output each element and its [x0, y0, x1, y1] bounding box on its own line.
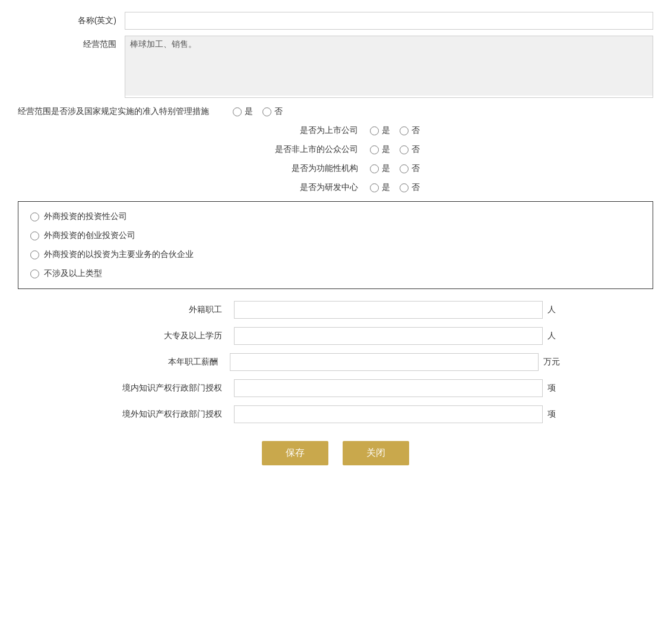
- listed-no-label: 否: [412, 125, 420, 136]
- listed-no-radio[interactable]: [400, 126, 409, 135]
- listed-company-label: 是否为上市公司: [251, 125, 370, 136]
- non-listed-yes-option[interactable]: 是: [370, 144, 390, 155]
- close-button[interactable]: 关闭: [343, 441, 409, 465]
- investment-type-radio-1[interactable]: [30, 212, 39, 221]
- business-scope-label: 经营范围: [18, 36, 125, 50]
- annual-salary-label: 本年职工薪酬: [111, 357, 230, 367]
- rd-center-radio-group: 是 否: [370, 182, 420, 193]
- special-management-yes-option[interactable]: 是: [233, 106, 253, 117]
- functional-org-row: 是否为功能性机构 是 否: [18, 163, 653, 174]
- listed-yes-option[interactable]: 是: [370, 125, 390, 136]
- functional-no-radio[interactable]: [400, 164, 409, 173]
- investment-type-option-1[interactable]: 外商投资的投资性公司: [30, 211, 641, 222]
- non-listed-yes-radio[interactable]: [370, 145, 379, 154]
- investment-type-radio-3[interactable]: [30, 250, 39, 259]
- business-scope-row: 经营范围 棒球加工、销售。: [18, 36, 653, 98]
- special-management-radio-group: 是 否: [233, 106, 283, 117]
- special-management-yes-label: 是: [245, 106, 253, 117]
- special-management-yes-radio[interactable]: [233, 107, 242, 116]
- non-listed-public-row: 是否非上市的公众公司 是 否: [18, 144, 653, 155]
- college-edu-input[interactable]: [234, 327, 543, 345]
- investment-type-label-1: 外商投资的投资性公司: [44, 211, 127, 222]
- functional-yes-option[interactable]: 是: [370, 163, 390, 174]
- foreign-ip-input[interactable]: [234, 405, 543, 423]
- foreign-workers-row: 外籍职工 人: [18, 301, 653, 319]
- name-en-row: 各称(英文): [18, 12, 653, 30]
- name-en-input[interactable]: [125, 12, 653, 30]
- functional-org-radio-group: 是 否: [370, 163, 420, 174]
- college-edu-unit: 人: [547, 331, 556, 341]
- foreign-ip-label: 境外知识产权行政部门授权: [115, 409, 234, 420]
- listed-yes-label: 是: [382, 125, 390, 136]
- functional-yes-label: 是: [382, 163, 390, 174]
- foreign-workers-input[interactable]: [234, 301, 543, 319]
- functional-org-label: 是否为功能性机构: [251, 163, 370, 174]
- functional-yes-radio[interactable]: [370, 164, 379, 173]
- non-listed-public-radio-group: 是 否: [370, 144, 420, 155]
- listed-yes-radio[interactable]: [370, 126, 379, 135]
- foreign-workers-label: 外籍职工: [115, 304, 234, 315]
- listed-no-option[interactable]: 否: [400, 125, 420, 136]
- annual-salary-unit: 万元: [543, 357, 560, 367]
- rd-no-radio[interactable]: [400, 183, 409, 192]
- domestic-ip-unit: 项: [547, 383, 556, 394]
- domestic-ip-input[interactable]: [234, 379, 543, 397]
- special-management-no-label: 否: [274, 106, 283, 117]
- rd-center-label: 是否为研发中心: [251, 182, 370, 193]
- functional-no-label: 否: [412, 163, 420, 174]
- annual-salary-input[interactable]: [230, 353, 539, 371]
- button-row: 保存 关闭: [18, 441, 653, 477]
- investment-type-option-2[interactable]: 外商投资的创业投资公司: [30, 230, 641, 241]
- rd-no-option[interactable]: 否: [400, 182, 420, 193]
- foreign-ip-row: 境外知识产权行政部门授权 项: [18, 405, 653, 423]
- investment-type-label-3: 外商投资的以投资为主要业务的合伙企业: [44, 249, 194, 260]
- functional-no-option[interactable]: 否: [400, 163, 420, 174]
- non-listed-no-radio[interactable]: [400, 145, 409, 154]
- listed-company-radio-group: 是 否: [370, 125, 420, 136]
- investment-type-option-4[interactable]: 不涉及以上类型: [30, 268, 641, 279]
- save-button[interactable]: 保存: [262, 441, 328, 465]
- non-listed-no-label: 否: [412, 144, 420, 155]
- special-management-label: 经营范围是否涉及国家规定实施的准入特别管理措施: [18, 106, 209, 117]
- investment-type-label-2: 外商投资的创业投资公司: [44, 230, 135, 241]
- special-management-no-radio[interactable]: [262, 107, 271, 116]
- investment-type-label-4: 不涉及以上类型: [44, 268, 102, 279]
- foreign-ip-unit: 项: [547, 409, 556, 420]
- name-en-label: 各称(英文): [18, 15, 125, 26]
- business-scope-wrapper: 棒球加工、销售。: [125, 36, 653, 98]
- rd-yes-label: 是: [382, 182, 390, 193]
- college-edu-label: 大专及以上学历: [115, 331, 234, 341]
- investment-type-option-3[interactable]: 外商投资的以投资为主要业务的合伙企业: [30, 249, 641, 260]
- college-edu-row: 大专及以上学历 人: [18, 327, 653, 345]
- investment-type-box: 外商投资的投资性公司 外商投资的创业投资公司 外商投资的以投资为主要业务的合伙企…: [18, 201, 653, 289]
- rd-yes-option[interactable]: 是: [370, 182, 390, 193]
- annual-salary-row: 本年职工薪酬 万元: [18, 353, 653, 371]
- special-management-row: 经营范围是否涉及国家规定实施的准入特别管理措施 是 否: [18, 106, 653, 117]
- listed-company-row: 是否为上市公司 是 否: [18, 125, 653, 136]
- domestic-ip-label: 境内知识产权行政部门授权: [115, 383, 234, 394]
- non-listed-yes-label: 是: [382, 144, 390, 155]
- non-listed-public-label: 是否非上市的公众公司: [251, 144, 370, 155]
- non-listed-no-option[interactable]: 否: [400, 144, 420, 155]
- rd-no-label: 否: [412, 182, 420, 193]
- special-management-no-option[interactable]: 否: [262, 106, 283, 117]
- foreign-workers-unit: 人: [547, 304, 556, 315]
- domestic-ip-row: 境内知识产权行政部门授权 项: [18, 379, 653, 397]
- investment-type-radio-2[interactable]: [30, 231, 39, 240]
- business-scope-textarea[interactable]: 棒球加工、销售。: [125, 36, 653, 96]
- investment-type-radio-4[interactable]: [30, 269, 39, 278]
- rd-center-row: 是否为研发中心 是 否: [18, 182, 653, 193]
- rd-yes-radio[interactable]: [370, 183, 379, 192]
